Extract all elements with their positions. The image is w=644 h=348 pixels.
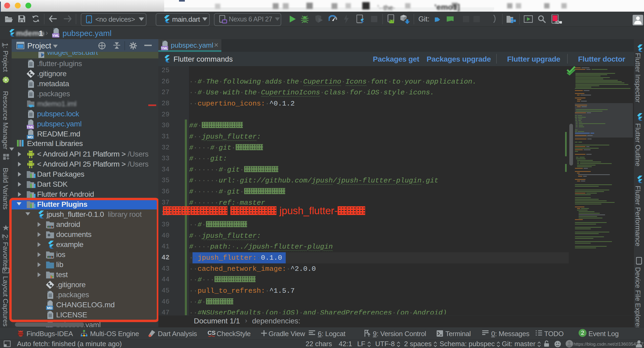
svg-text:YML: YML (52, 34, 60, 38)
svg-text:CS: CS (208, 329, 216, 336)
svg-text:YML: YML (161, 46, 168, 50)
svg-text:YML: YML (27, 125, 34, 129)
